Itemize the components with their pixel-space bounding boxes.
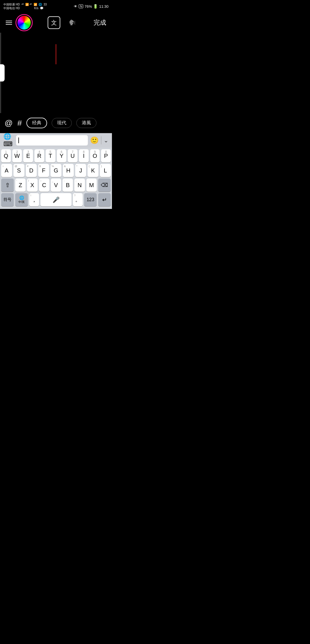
key-R[interactable]: 4 R xyxy=(34,149,44,162)
symbol-key[interactable]: 符号 xyxy=(1,193,14,206)
key-I[interactable]: 8 I xyxy=(79,149,89,162)
editor-toolbar: 文 🗣 完成 xyxy=(0,13,112,33)
period-key[interactable]: ? 。 . xyxy=(73,193,83,206)
voice-icon: 🗣 xyxy=(69,18,76,27)
backspace-icon: ⌫ xyxy=(101,182,108,188)
lang-label: 中/英 xyxy=(18,200,25,204)
at-symbol[interactable]: @ xyxy=(5,119,13,128)
num-key[interactable]: 123 xyxy=(84,193,97,206)
key-Y[interactable]: 6 Y xyxy=(57,149,67,162)
key-L[interactable]: ) L xyxy=(100,164,111,177)
style-picker-bar: @ # 经典 现代 港風 xyxy=(0,113,112,133)
mic-key[interactable]: 🎤 xyxy=(40,193,71,206)
toolbar-left xyxy=(6,14,33,31)
key-A[interactable]: ~ A xyxy=(1,164,12,177)
shift-key[interactable]: ⇧ xyxy=(1,179,14,192)
key-J[interactable]: * J xyxy=(75,164,86,177)
translate-icon: 文 xyxy=(51,19,57,27)
keyboard-collapse-button[interactable]: ⌄ xyxy=(104,137,108,144)
key-row-3: ⇧ ' Z / X – C _ V : B ; xyxy=(0,179,112,192)
style-tag-modern[interactable]: 现代 xyxy=(52,118,72,128)
symbol-label: 符号 xyxy=(3,197,11,202)
keyboard-area: 🌐⌨ 🙂 ⌄ 1 Q 2 W 3 E 4 R xyxy=(0,133,112,209)
key-K[interactable]: ( K xyxy=(88,164,98,177)
carrier1-label: 中国联通 HD ⁴⁶ 📶 ⁴⁶ 📶 🌐 33 xyxy=(3,3,47,6)
nfc-icon: N xyxy=(79,4,83,8)
key-F[interactable]: $ F xyxy=(38,164,49,177)
comma-key[interactable]: ! ， xyxy=(29,193,39,206)
style-tag-hk[interactable]: 港風 xyxy=(76,118,96,128)
key-row-bottom: 符号 🌐 中/英 ! ， 🎤 ? 。 . 123 ↵ xyxy=(0,193,112,206)
done-button[interactable]: 完成 xyxy=(94,18,106,27)
style-tag-classic[interactable]: 经典 xyxy=(26,118,47,128)
keyboard-rows: 1 Q 2 W 3 E 4 R 5 T 6 Y xyxy=(0,148,112,206)
side-handle[interactable] xyxy=(0,64,5,82)
shift-icon: ⇧ xyxy=(5,182,10,189)
return-key[interactable]: ↵ xyxy=(98,193,111,206)
key-X[interactable]: / X xyxy=(27,179,37,192)
backspace-key[interactable]: ⌫ xyxy=(98,179,111,192)
input-cursor xyxy=(18,137,19,143)
key-S[interactable]: @ S xyxy=(13,164,24,177)
keyboard-input-field[interactable] xyxy=(16,135,88,146)
voice-button[interactable]: 🗣 xyxy=(66,16,79,29)
key-U[interactable]: 7 U xyxy=(68,149,78,162)
eye-icon: 👁 xyxy=(74,4,78,9)
keyboard-lang-icon[interactable]: 🌐⌨ xyxy=(3,135,14,146)
divider xyxy=(101,136,101,144)
emoji-button[interactable]: 🙂 xyxy=(90,136,99,144)
color-wheel-button[interactable] xyxy=(16,14,33,31)
text-cursor xyxy=(56,44,56,64)
key-B[interactable]: : B xyxy=(63,179,73,192)
key-E[interactable]: 3 E xyxy=(23,149,33,162)
key-O[interactable]: 9 O xyxy=(90,149,100,162)
num-label: 123 xyxy=(87,197,94,202)
globe-icon: 🌐 xyxy=(19,195,24,200)
key-Z[interactable]: ' Z xyxy=(15,179,26,192)
battery-icon: 🔋 xyxy=(93,4,98,9)
time-label: 11:30 xyxy=(99,4,108,9)
key-Q[interactable]: 1 Q xyxy=(1,149,11,162)
key-M[interactable]: M xyxy=(86,179,97,192)
key-V[interactable]: _ V xyxy=(51,179,61,192)
color-wheel-icon xyxy=(18,16,31,30)
key-G[interactable]: % G xyxy=(51,164,61,177)
battery-label: 76% xyxy=(84,4,92,9)
key-T[interactable]: 5 T xyxy=(46,149,55,162)
key-C[interactable]: – C xyxy=(39,179,49,192)
lang-key[interactable]: 🌐 中/英 xyxy=(15,193,28,206)
key-row-2: ~ A @ S # D $ F % G & H xyxy=(0,164,112,177)
carrier2-label: 中国电信 HD K/s 💬 xyxy=(3,6,47,10)
key-H[interactable]: & H xyxy=(63,164,74,177)
carrier-info: 中国联通 HD ⁴⁶ 📶 ⁴⁶ 📶 🌐 33 中国电信 HD K/s 💬 xyxy=(3,3,47,10)
text-editor-area[interactable] xyxy=(0,33,112,113)
mic-icon: 🎤 xyxy=(53,196,60,203)
keyboard-input-bar: 🌐⌨ 🙂 ⌄ xyxy=(0,133,112,148)
hash-symbol[interactable]: # xyxy=(17,119,22,128)
key-N[interactable]: ; N xyxy=(74,179,85,192)
toolbar-center: 文 🗣 xyxy=(48,16,79,29)
key-W[interactable]: 2 W xyxy=(12,149,22,162)
return-icon: ↵ xyxy=(102,196,107,203)
key-row-1: 1 Q 2 W 3 E 4 R 5 T 6 Y xyxy=(0,149,112,162)
key-P[interactable]: 0 P xyxy=(101,149,111,162)
status-bar: 中国联通 HD ⁴⁶ 📶 ⁴⁶ 📶 🌐 33 中国电信 HD K/s 💬 👁 N… xyxy=(0,0,112,13)
menu-icon[interactable] xyxy=(6,21,12,25)
translate-button[interactable]: 文 xyxy=(48,16,60,29)
key-D[interactable]: # D xyxy=(26,164,37,177)
status-indicators: 👁 N 76% 🔋 11:30 xyxy=(74,4,108,9)
